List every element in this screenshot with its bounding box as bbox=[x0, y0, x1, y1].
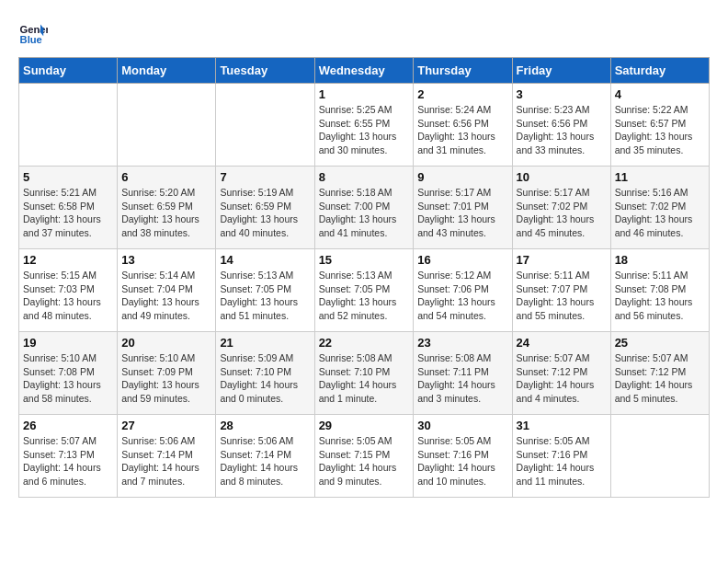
day-number: 19 bbox=[23, 336, 113, 350]
day-info: Sunrise: 5:24 AM Sunset: 6:56 PM Dayligh… bbox=[417, 103, 507, 157]
calendar-cell: 1Sunrise: 5:25 AM Sunset: 6:55 PM Daylig… bbox=[314, 84, 414, 167]
day-info: Sunrise: 5:16 AM Sunset: 7:02 PM Dayligh… bbox=[615, 186, 705, 240]
day-number: 26 bbox=[23, 419, 113, 432]
day-info: Sunrise: 5:07 AM Sunset: 7:13 PM Dayligh… bbox=[23, 434, 113, 488]
calendar-cell: 10Sunrise: 5:17 AM Sunset: 7:02 PM Dayli… bbox=[512, 167, 610, 249]
day-info: Sunrise: 5:18 AM Sunset: 7:00 PM Dayligh… bbox=[319, 186, 410, 240]
day-info: Sunrise: 5:07 AM Sunset: 7:12 PM Dayligh… bbox=[615, 351, 705, 406]
day-info: Sunrise: 5:17 AM Sunset: 7:01 PM Dayligh… bbox=[417, 186, 507, 240]
day-number: 9 bbox=[417, 170, 507, 184]
calendar-week-row: 5Sunrise: 5:21 AM Sunset: 6:58 PM Daylig… bbox=[19, 167, 710, 249]
day-info: Sunrise: 5:06 AM Sunset: 7:14 PM Dayligh… bbox=[121, 434, 211, 488]
day-number: 15 bbox=[319, 253, 410, 267]
calendar-cell: 19Sunrise: 5:10 AM Sunset: 7:08 PM Dayli… bbox=[19, 332, 118, 415]
header-wednesday: Wednesday bbox=[314, 58, 414, 84]
calendar-week-row: 19Sunrise: 5:10 AM Sunset: 7:08 PM Dayli… bbox=[19, 332, 710, 415]
day-number: 11 bbox=[615, 170, 705, 184]
calendar-cell: 29Sunrise: 5:05 AM Sunset: 7:15 PM Dayli… bbox=[314, 415, 414, 498]
calendar-cell: 24Sunrise: 5:07 AM Sunset: 7:12 PM Dayli… bbox=[512, 332, 610, 415]
day-info: Sunrise: 5:10 AM Sunset: 7:08 PM Dayligh… bbox=[23, 351, 113, 406]
day-number: 6 bbox=[121, 170, 211, 184]
logo-icon: General Blue bbox=[18, 18, 48, 48]
calendar-cell: 27Sunrise: 5:06 AM Sunset: 7:14 PM Dayli… bbox=[118, 415, 216, 498]
calendar-cell: 17Sunrise: 5:11 AM Sunset: 7:07 PM Dayli… bbox=[512, 249, 610, 332]
day-number: 16 bbox=[417, 253, 507, 267]
day-number: 10 bbox=[517, 170, 607, 184]
day-number: 4 bbox=[615, 87, 705, 101]
day-number: 23 bbox=[417, 336, 507, 350]
calendar-cell: 16Sunrise: 5:12 AM Sunset: 7:06 PM Dayli… bbox=[414, 249, 512, 332]
calendar-cell: 3Sunrise: 5:23 AM Sunset: 6:56 PM Daylig… bbox=[512, 84, 610, 167]
day-number: 12 bbox=[23, 253, 113, 267]
day-info: Sunrise: 5:23 AM Sunset: 6:56 PM Dayligh… bbox=[517, 103, 607, 157]
day-number: 29 bbox=[319, 419, 410, 432]
day-number: 25 bbox=[615, 336, 705, 350]
day-number: 17 bbox=[517, 253, 607, 267]
day-info: Sunrise: 5:11 AM Sunset: 7:08 PM Dayligh… bbox=[615, 269, 705, 323]
day-info: Sunrise: 5:06 AM Sunset: 7:14 PM Dayligh… bbox=[220, 434, 310, 488]
day-info: Sunrise: 5:20 AM Sunset: 6:59 PM Dayligh… bbox=[121, 186, 211, 240]
calendar-cell: 2Sunrise: 5:24 AM Sunset: 6:56 PM Daylig… bbox=[414, 84, 512, 167]
day-info: Sunrise: 5:22 AM Sunset: 6:57 PM Dayligh… bbox=[615, 103, 705, 157]
calendar-cell: 13Sunrise: 5:14 AM Sunset: 7:04 PM Dayli… bbox=[118, 249, 216, 332]
calendar-cell bbox=[19, 84, 118, 167]
calendar-cell: 7Sunrise: 5:19 AM Sunset: 6:59 PM Daylig… bbox=[216, 167, 314, 249]
calendar-cell: 28Sunrise: 5:06 AM Sunset: 7:14 PM Dayli… bbox=[216, 415, 314, 498]
day-info: Sunrise: 5:08 AM Sunset: 7:10 PM Dayligh… bbox=[319, 351, 410, 406]
day-info: Sunrise: 5:25 AM Sunset: 6:55 PM Dayligh… bbox=[319, 103, 410, 157]
calendar-cell: 9Sunrise: 5:17 AM Sunset: 7:01 PM Daylig… bbox=[414, 167, 512, 249]
day-number: 18 bbox=[615, 253, 705, 267]
calendar-cell: 4Sunrise: 5:22 AM Sunset: 6:57 PM Daylig… bbox=[610, 84, 709, 167]
day-number: 7 bbox=[220, 170, 310, 184]
calendar-cell bbox=[610, 415, 709, 498]
day-info: Sunrise: 5:08 AM Sunset: 7:11 PM Dayligh… bbox=[417, 351, 507, 406]
calendar-table: SundayMondayTuesdayWednesdayThursdayFrid… bbox=[18, 57, 710, 498]
day-number: 3 bbox=[517, 87, 607, 101]
day-info: Sunrise: 5:14 AM Sunset: 7:04 PM Dayligh… bbox=[121, 269, 211, 323]
header-thursday: Thursday bbox=[414, 58, 512, 84]
day-info: Sunrise: 5:05 AM Sunset: 7:16 PM Dayligh… bbox=[517, 434, 607, 488]
calendar-cell bbox=[118, 84, 216, 167]
day-number: 2 bbox=[417, 87, 507, 101]
day-number: 30 bbox=[417, 419, 507, 432]
calendar-cell: 15Sunrise: 5:13 AM Sunset: 7:05 PM Dayli… bbox=[314, 249, 414, 332]
day-info: Sunrise: 5:12 AM Sunset: 7:06 PM Dayligh… bbox=[417, 269, 507, 323]
day-info: Sunrise: 5:15 AM Sunset: 7:03 PM Dayligh… bbox=[23, 269, 113, 323]
svg-text:General: General bbox=[20, 24, 48, 35]
calendar-cell: 23Sunrise: 5:08 AM Sunset: 7:11 PM Dayli… bbox=[414, 332, 512, 415]
header-friday: Friday bbox=[512, 58, 610, 84]
day-info: Sunrise: 5:17 AM Sunset: 7:02 PM Dayligh… bbox=[517, 186, 607, 240]
day-number: 5 bbox=[23, 170, 113, 184]
day-number: 31 bbox=[517, 419, 607, 432]
day-number: 1 bbox=[319, 87, 410, 101]
calendar-week-row: 12Sunrise: 5:15 AM Sunset: 7:03 PM Dayli… bbox=[19, 249, 710, 332]
svg-text:Blue: Blue bbox=[20, 34, 42, 45]
day-number: 28 bbox=[220, 419, 310, 432]
day-info: Sunrise: 5:19 AM Sunset: 6:59 PM Dayligh… bbox=[220, 186, 310, 240]
day-info: Sunrise: 5:21 AM Sunset: 6:58 PM Dayligh… bbox=[23, 186, 113, 240]
calendar-cell: 14Sunrise: 5:13 AM Sunset: 7:05 PM Dayli… bbox=[216, 249, 314, 332]
calendar-cell: 5Sunrise: 5:21 AM Sunset: 6:58 PM Daylig… bbox=[19, 167, 118, 249]
day-info: Sunrise: 5:05 AM Sunset: 7:15 PM Dayligh… bbox=[319, 434, 410, 488]
day-number: 20 bbox=[121, 336, 211, 350]
calendar-cell bbox=[216, 84, 314, 167]
day-info: Sunrise: 5:09 AM Sunset: 7:10 PM Dayligh… bbox=[220, 351, 310, 406]
header-sunday: Sunday bbox=[19, 58, 118, 84]
calendar-cell: 25Sunrise: 5:07 AM Sunset: 7:12 PM Dayli… bbox=[610, 332, 709, 415]
header-tuesday: Tuesday bbox=[216, 58, 314, 84]
calendar-cell: 11Sunrise: 5:16 AM Sunset: 7:02 PM Dayli… bbox=[610, 167, 709, 249]
day-info: Sunrise: 5:13 AM Sunset: 7:05 PM Dayligh… bbox=[220, 269, 310, 323]
calendar-cell: 12Sunrise: 5:15 AM Sunset: 7:03 PM Dayli… bbox=[19, 249, 118, 332]
day-number: 24 bbox=[517, 336, 607, 350]
header: General Blue bbox=[18, 18, 710, 48]
day-info: Sunrise: 5:10 AM Sunset: 7:09 PM Dayligh… bbox=[121, 351, 211, 406]
calendar-cell: 18Sunrise: 5:11 AM Sunset: 7:08 PM Dayli… bbox=[610, 249, 709, 332]
day-number: 22 bbox=[319, 336, 410, 350]
calendar-cell: 20Sunrise: 5:10 AM Sunset: 7:09 PM Dayli… bbox=[118, 332, 216, 415]
calendar-cell: 31Sunrise: 5:05 AM Sunset: 7:16 PM Dayli… bbox=[512, 415, 610, 498]
logo: General Blue bbox=[18, 18, 51, 48]
calendar-cell: 21Sunrise: 5:09 AM Sunset: 7:10 PM Dayli… bbox=[216, 332, 314, 415]
calendar-cell: 26Sunrise: 5:07 AM Sunset: 7:13 PM Dayli… bbox=[19, 415, 118, 498]
day-info: Sunrise: 5:13 AM Sunset: 7:05 PM Dayligh… bbox=[319, 269, 410, 323]
header-monday: Monday bbox=[118, 58, 216, 84]
